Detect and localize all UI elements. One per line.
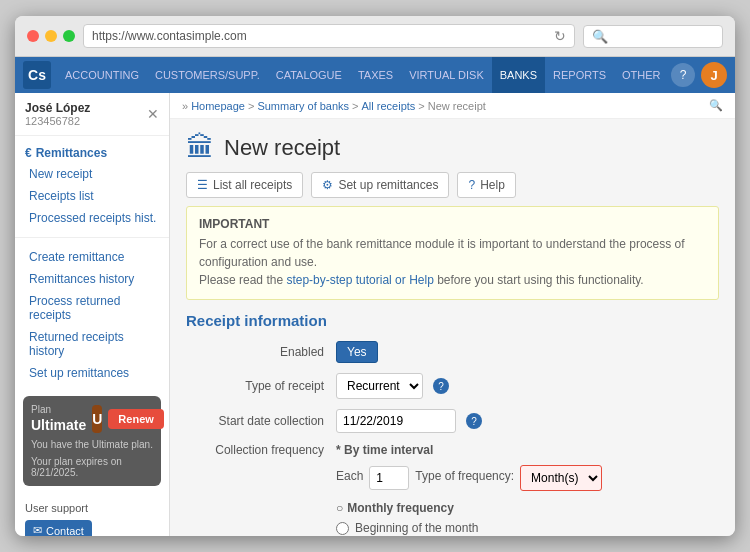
envelope-icon: ✉ — [33, 524, 42, 536]
support-label: User support — [25, 502, 159, 514]
search-icon: 🔍 — [592, 29, 608, 44]
toolbar: ☰ List all receipts ⚙ Set up remittances… — [170, 172, 735, 206]
sidebar-item-remittances-history[interactable]: Remittances history — [15, 268, 169, 290]
monthly-section: ○ Monthly frequency Beginning of the mon… — [336, 501, 719, 536]
radio-beginning: Beginning of the month — [336, 521, 719, 535]
address-bar[interactable]: https://www.contasimple.com ↻ — [83, 24, 575, 48]
start-date-row: Start date collection ? — [186, 409, 719, 433]
alert-title: IMPORTANT — [199, 217, 706, 231]
nav-item-accounting[interactable]: ACCOUNTING — [57, 57, 147, 93]
help-button[interactable]: ? Help — [457, 172, 515, 198]
plan-name: Ultimate — [31, 417, 86, 433]
type-receipt-row: Type of receipt RecurrentOne-time ? — [186, 373, 719, 399]
type-receipt-help-icon[interactable]: ? — [433, 378, 449, 394]
sidebar-item-returned-history[interactable]: Returned receipts history — [15, 326, 169, 362]
list-icon: ☰ — [197, 178, 208, 192]
nav-item-taxes[interactable]: TAXES — [350, 57, 401, 93]
by-time-interval-label: * By time interval — [336, 443, 719, 457]
breadcrumb-sep1: > — [248, 100, 254, 112]
plan-icon: U — [92, 405, 102, 433]
breadcrumb: » Homepage > Summary of banks > All rece… — [170, 93, 735, 119]
enabled-toggle[interactable]: Yes — [336, 341, 378, 363]
breadcrumb-current: New receipt — [428, 100, 486, 112]
nav-item-customers[interactable]: CUSTOMERS/SUPP. — [147, 57, 268, 93]
renew-button[interactable]: Renew — [108, 409, 163, 429]
sidebar-more-links: Create remittance Remittances history Pr… — [15, 242, 169, 388]
each-label: Each — [336, 469, 363, 483]
plan-header: Plan Ultimate U Renew — [31, 404, 153, 433]
sidebar-userid: 123456782 — [25, 115, 90, 127]
form-section: Receipt information Enabled Yes Type of … — [186, 312, 719, 536]
breadcrumb-banks[interactable]: Summary of banks — [257, 100, 349, 112]
sidebar-item-processed-receipts[interactable]: Processed receipts hist. — [15, 207, 169, 229]
nav-right: ? J — [671, 62, 727, 88]
monthly-freq-title: ○ Monthly frequency — [336, 501, 719, 515]
breadcrumb-receipts[interactable]: All receipts — [362, 100, 416, 112]
plan-label: Plan — [31, 404, 86, 415]
alert-box: IMPORTANT For a correct use of the bank … — [186, 206, 719, 300]
alert-link[interactable]: step-by-step tutorial or Help — [286, 273, 433, 287]
type-receipt-select[interactable]: RecurrentOne-time — [336, 373, 423, 399]
type-freq-select[interactable]: Month(s)Week(s)Day(s) — [520, 465, 602, 491]
euro-icon: € — [25, 146, 32, 160]
sidebar-user: José López 123456782 ✕ — [15, 93, 169, 136]
breadcrumb-search-icon[interactable]: 🔍 — [709, 99, 723, 112]
nav-item-virtual-disk[interactable]: VIRTUAL DISK — [401, 57, 492, 93]
breadcrumb-homepage[interactable]: Homepage — [191, 100, 245, 112]
nav-bar: Cs ACCOUNTING CUSTOMERS/SUPP. CATALOGUE … — [15, 57, 735, 93]
sidebar-item-setup-remittances[interactable]: Set up remittances — [15, 362, 169, 384]
sidebar-item-receipts-list[interactable]: Receipts list — [15, 185, 169, 207]
radio-unchecked-icon: ○ — [336, 501, 343, 515]
browser-search-bar[interactable]: 🔍 — [583, 25, 723, 48]
nav-item-catalogue[interactable]: CATALOGUE — [268, 57, 350, 93]
enabled-label: Enabled — [186, 345, 336, 359]
maximize-button[interactable] — [63, 30, 75, 42]
nav-items: ACCOUNTING CUSTOMERS/SUPP. CATALOGUE TAX… — [57, 57, 671, 93]
traffic-lights — [27, 30, 75, 42]
radio-beginning-input[interactable] — [336, 522, 349, 535]
sidebar-item-process-returned[interactable]: Process returned receipts — [15, 290, 169, 326]
sidebar-item-new-receipt[interactable]: New receipt — [15, 163, 169, 185]
close-button[interactable] — [27, 30, 39, 42]
nav-item-banks[interactable]: BANKS — [492, 57, 545, 93]
enabled-row: Enabled Yes — [186, 341, 719, 363]
sidebar-user-info: José López 123456782 — [25, 101, 90, 127]
url-text: https://www.contasimple.com — [92, 29, 247, 43]
breadcrumb-sep0: » — [182, 100, 188, 112]
nav-logo[interactable]: Cs — [23, 61, 51, 89]
user-avatar[interactable]: J — [701, 62, 727, 88]
start-date-control: ? — [336, 409, 719, 433]
gear-icon: ⚙ — [322, 178, 333, 192]
plan-desc2: Your plan expires on 8/21/2025. — [31, 456, 153, 478]
help-nav-button[interactable]: ? — [671, 63, 695, 87]
collection-freq-label: Collection frequency — [186, 443, 336, 457]
sidebar-divider — [15, 237, 169, 238]
refresh-icon[interactable]: ↻ — [554, 28, 566, 44]
plan-box: Plan Ultimate U Renew You have the Ultim… — [23, 396, 161, 486]
sidebar-username: José López — [25, 101, 90, 115]
start-date-label: Start date collection — [186, 414, 336, 428]
each-value-input[interactable] — [369, 466, 409, 490]
start-date-help-icon[interactable]: ? — [466, 413, 482, 429]
contact-button[interactable]: ✉ Contact — [25, 520, 92, 536]
breadcrumb-sep2: > — [352, 100, 358, 112]
nav-item-reports[interactable]: REPORTS — [545, 57, 614, 93]
collection-freq-control: * By time interval Each Type of frequenc… — [336, 443, 719, 536]
type-freq-label: Type of frequency: — [415, 469, 514, 483]
minimize-button[interactable] — [45, 30, 57, 42]
support-section: User support ✉ Contact — [15, 494, 169, 536]
sidebar-item-create-remittance[interactable]: Create remittance — [15, 246, 169, 268]
nav-item-other[interactable]: OTHER — [614, 57, 669, 93]
main-content: » Homepage > Summary of banks > All rece… — [170, 93, 735, 536]
enabled-control: Yes — [336, 341, 719, 363]
setup-remittances-button[interactable]: ⚙ Set up remittances — [311, 172, 449, 198]
type-receipt-label: Type of receipt — [186, 379, 336, 393]
page-header: 🏛 New receipt — [170, 119, 735, 172]
collection-freq-row: Collection frequency * By time interval … — [186, 443, 719, 536]
list-receipts-button[interactable]: ☰ List all receipts — [186, 172, 303, 198]
breadcrumb-sep3: > — [418, 100, 424, 112]
alert-text: For a correct use of the bank remittance… — [199, 235, 706, 289]
frequency-fields: Each Type of frequency: Month(s)Week(s)D… — [336, 465, 719, 491]
start-date-input[interactable] — [336, 409, 456, 433]
sidebar-close-icon[interactable]: ✕ — [147, 106, 159, 122]
